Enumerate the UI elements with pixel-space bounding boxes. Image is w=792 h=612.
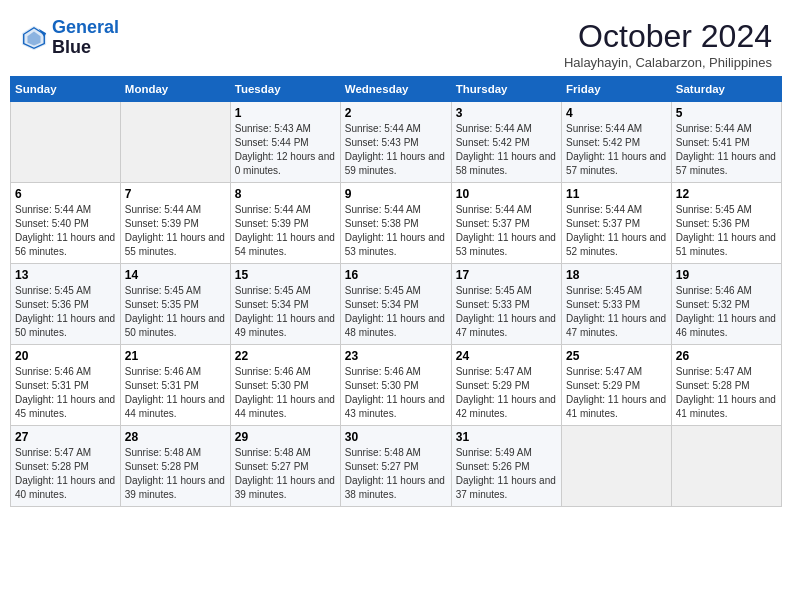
- day-info: Sunrise: 5:44 AMSunset: 5:41 PMDaylight:…: [676, 122, 777, 178]
- day-number: 15: [235, 268, 336, 282]
- day-info: Sunrise: 5:45 AMSunset: 5:33 PMDaylight:…: [566, 284, 667, 340]
- sunrise-text: Sunrise: 5:47 AM: [676, 365, 777, 379]
- day-number: 12: [676, 187, 777, 201]
- sunset-text: Sunset: 5:29 PM: [456, 379, 557, 393]
- daylight-text: Daylight: 11 hours and 41 minutes.: [676, 393, 777, 421]
- day-number: 19: [676, 268, 777, 282]
- daylight-text: Daylight: 11 hours and 43 minutes.: [345, 393, 447, 421]
- daylight-text: Daylight: 11 hours and 57 minutes.: [676, 150, 777, 178]
- sunset-text: Sunset: 5:31 PM: [15, 379, 116, 393]
- day-number: 7: [125, 187, 226, 201]
- calendar-cell: 6Sunrise: 5:44 AMSunset: 5:40 PMDaylight…: [11, 183, 121, 264]
- logo-icon: [20, 24, 48, 52]
- header: General Blue October 2024 Halayhayin, Ca…: [10, 10, 782, 76]
- daylight-text: Daylight: 11 hours and 44 minutes.: [235, 393, 336, 421]
- calendar-cell: 18Sunrise: 5:45 AMSunset: 5:33 PMDayligh…: [562, 264, 672, 345]
- calendar-cell: 1Sunrise: 5:43 AMSunset: 5:44 PMDaylight…: [230, 102, 340, 183]
- calendar-cell: 30Sunrise: 5:48 AMSunset: 5:27 PMDayligh…: [340, 426, 451, 507]
- daylight-text: Daylight: 11 hours and 46 minutes.: [676, 312, 777, 340]
- calendar-cell: 21Sunrise: 5:46 AMSunset: 5:31 PMDayligh…: [120, 345, 230, 426]
- sunset-text: Sunset: 5:26 PM: [456, 460, 557, 474]
- day-info: Sunrise: 5:46 AMSunset: 5:30 PMDaylight:…: [235, 365, 336, 421]
- calendar-cell: 8Sunrise: 5:44 AMSunset: 5:39 PMDaylight…: [230, 183, 340, 264]
- calendar-page: General Blue October 2024 Halayhayin, Ca…: [0, 0, 792, 517]
- calendar-cell: [11, 102, 121, 183]
- sunset-text: Sunset: 5:27 PM: [345, 460, 447, 474]
- sunrise-text: Sunrise: 5:49 AM: [456, 446, 557, 460]
- weekday-header-thursday: Thursday: [451, 77, 561, 102]
- daylight-text: Daylight: 12 hours and 0 minutes.: [235, 150, 336, 178]
- sunset-text: Sunset: 5:36 PM: [676, 217, 777, 231]
- sunrise-text: Sunrise: 5:43 AM: [235, 122, 336, 136]
- sunset-text: Sunset: 5:42 PM: [456, 136, 557, 150]
- day-number: 1: [235, 106, 336, 120]
- calendar-cell: 28Sunrise: 5:48 AMSunset: 5:28 PMDayligh…: [120, 426, 230, 507]
- day-number: 6: [15, 187, 116, 201]
- weekday-header-wednesday: Wednesday: [340, 77, 451, 102]
- daylight-text: Daylight: 11 hours and 57 minutes.: [566, 150, 667, 178]
- day-info: Sunrise: 5:43 AMSunset: 5:44 PMDaylight:…: [235, 122, 336, 178]
- daylight-text: Daylight: 11 hours and 50 minutes.: [125, 312, 226, 340]
- sunset-text: Sunset: 5:30 PM: [345, 379, 447, 393]
- calendar-cell: 23Sunrise: 5:46 AMSunset: 5:30 PMDayligh…: [340, 345, 451, 426]
- day-number: 4: [566, 106, 667, 120]
- calendar-cell: 4Sunrise: 5:44 AMSunset: 5:42 PMDaylight…: [562, 102, 672, 183]
- sunrise-text: Sunrise: 5:44 AM: [566, 122, 667, 136]
- day-number: 2: [345, 106, 447, 120]
- sunrise-text: Sunrise: 5:46 AM: [125, 365, 226, 379]
- week-row-3: 13Sunrise: 5:45 AMSunset: 5:36 PMDayligh…: [11, 264, 782, 345]
- day-number: 8: [235, 187, 336, 201]
- calendar-cell: 19Sunrise: 5:46 AMSunset: 5:32 PMDayligh…: [671, 264, 781, 345]
- calendar-cell: 3Sunrise: 5:44 AMSunset: 5:42 PMDaylight…: [451, 102, 561, 183]
- calendar-cell: 13Sunrise: 5:45 AMSunset: 5:36 PMDayligh…: [11, 264, 121, 345]
- daylight-text: Daylight: 11 hours and 47 minutes.: [456, 312, 557, 340]
- sunset-text: Sunset: 5:33 PM: [566, 298, 667, 312]
- day-info: Sunrise: 5:45 AMSunset: 5:36 PMDaylight:…: [676, 203, 777, 259]
- daylight-text: Daylight: 11 hours and 51 minutes.: [676, 231, 777, 259]
- sunset-text: Sunset: 5:36 PM: [15, 298, 116, 312]
- day-number: 3: [456, 106, 557, 120]
- day-info: Sunrise: 5:44 AMSunset: 5:42 PMDaylight:…: [566, 122, 667, 178]
- day-number: 5: [676, 106, 777, 120]
- day-info: Sunrise: 5:47 AMSunset: 5:28 PMDaylight:…: [15, 446, 116, 502]
- month-title: October 2024: [564, 18, 772, 55]
- daylight-text: Daylight: 11 hours and 50 minutes.: [15, 312, 116, 340]
- day-info: Sunrise: 5:47 AMSunset: 5:29 PMDaylight:…: [456, 365, 557, 421]
- title-block: October 2024 Halayhayin, Calabarzon, Phi…: [564, 18, 772, 70]
- day-info: Sunrise: 5:45 AMSunset: 5:35 PMDaylight:…: [125, 284, 226, 340]
- daylight-text: Daylight: 11 hours and 53 minutes.: [456, 231, 557, 259]
- sunset-text: Sunset: 5:39 PM: [235, 217, 336, 231]
- calendar-cell: 16Sunrise: 5:45 AMSunset: 5:34 PMDayligh…: [340, 264, 451, 345]
- day-info: Sunrise: 5:47 AMSunset: 5:29 PMDaylight:…: [566, 365, 667, 421]
- calendar-cell: 5Sunrise: 5:44 AMSunset: 5:41 PMDaylight…: [671, 102, 781, 183]
- sunrise-text: Sunrise: 5:45 AM: [456, 284, 557, 298]
- sunset-text: Sunset: 5:37 PM: [566, 217, 667, 231]
- day-info: Sunrise: 5:44 AMSunset: 5:37 PMDaylight:…: [456, 203, 557, 259]
- sunrise-text: Sunrise: 5:47 AM: [15, 446, 116, 460]
- weekday-header-saturday: Saturday: [671, 77, 781, 102]
- day-number: 18: [566, 268, 667, 282]
- calendar-cell: [562, 426, 672, 507]
- day-number: 25: [566, 349, 667, 363]
- sunset-text: Sunset: 5:32 PM: [676, 298, 777, 312]
- daylight-text: Daylight: 11 hours and 55 minutes.: [125, 231, 226, 259]
- calendar-cell: 7Sunrise: 5:44 AMSunset: 5:39 PMDaylight…: [120, 183, 230, 264]
- calendar-cell: [120, 102, 230, 183]
- day-info: Sunrise: 5:44 AMSunset: 5:38 PMDaylight:…: [345, 203, 447, 259]
- sunrise-text: Sunrise: 5:46 AM: [15, 365, 116, 379]
- day-info: Sunrise: 5:45 AMSunset: 5:34 PMDaylight:…: [235, 284, 336, 340]
- day-number: 20: [15, 349, 116, 363]
- sunrise-text: Sunrise: 5:44 AM: [456, 122, 557, 136]
- weekday-header-monday: Monday: [120, 77, 230, 102]
- day-number: 28: [125, 430, 226, 444]
- sunrise-text: Sunrise: 5:44 AM: [345, 122, 447, 136]
- day-info: Sunrise: 5:44 AMSunset: 5:39 PMDaylight:…: [125, 203, 226, 259]
- day-number: 31: [456, 430, 557, 444]
- sunrise-text: Sunrise: 5:48 AM: [125, 446, 226, 460]
- day-number: 10: [456, 187, 557, 201]
- weekday-header-friday: Friday: [562, 77, 672, 102]
- daylight-text: Daylight: 11 hours and 54 minutes.: [235, 231, 336, 259]
- daylight-text: Daylight: 11 hours and 39 minutes.: [125, 474, 226, 502]
- calendar-cell: 11Sunrise: 5:44 AMSunset: 5:37 PMDayligh…: [562, 183, 672, 264]
- day-info: Sunrise: 5:44 AMSunset: 5:43 PMDaylight:…: [345, 122, 447, 178]
